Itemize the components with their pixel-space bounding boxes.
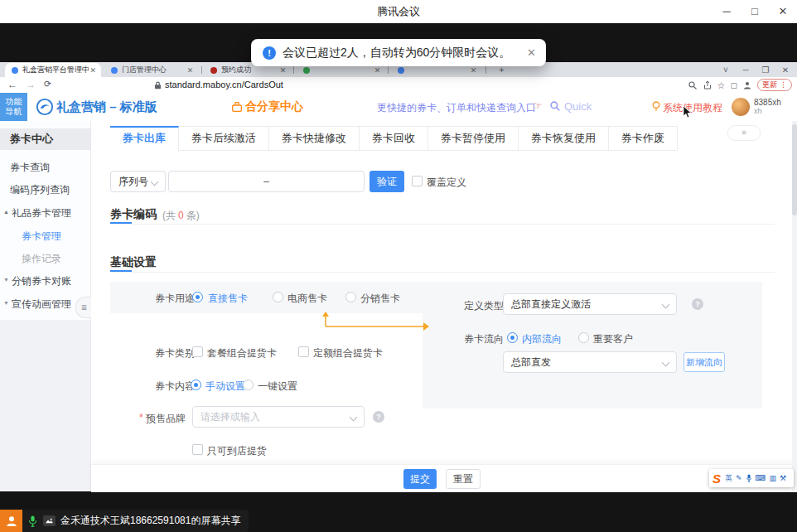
tab-card-void[interactable]: 券卡作废 (609, 126, 678, 151)
back-icon[interactable]: ← (7, 79, 17, 90)
pointing-hand-icon: ☞ (533, 99, 543, 112)
sogou-logo-icon[interactable]: S (712, 472, 721, 486)
tab-card-suspend[interactable]: 券卡暂停使用 (428, 126, 519, 151)
flow-select[interactable]: 总部直发 (503, 351, 677, 373)
ime-keyboard-icon[interactable]: ⌨ (756, 474, 766, 482)
lightbulb-icon (651, 101, 661, 112)
tab-card-recycle[interactable]: 券卡回收 (360, 126, 428, 151)
definition-panel: 定义类型 总部直接定义激活 ? 券卡流向 内部流向 重要客户 总部直发 新增流向 (423, 282, 762, 409)
browser-tab-store-admin[interactable]: 门店管理中心 ✕ (104, 63, 199, 77)
browser-restore-icon[interactable]: ❐ (756, 65, 775, 75)
zoom-icon[interactable] (688, 80, 698, 90)
tab-close-icon[interactable]: ✕ (185, 66, 196, 75)
page-scrollbar-thumb[interactable] (792, 124, 797, 215)
serial-range-input[interactable]: – (168, 171, 365, 192)
user-avatar[interactable] (732, 98, 750, 116)
codes-count: (共0条) (162, 209, 200, 223)
serial-field-select[interactable]: 序列号 (110, 171, 166, 192)
bookmark-star-icon[interactable]: ☆ (717, 80, 726, 90)
share-icon[interactable] (703, 80, 712, 90)
flow-radio-internal[interactable] (507, 332, 518, 343)
quick-label[interactable]: Quick (564, 100, 592, 113)
ime-mic-icon[interactable] (746, 474, 752, 482)
tab-card-quick-modify[interactable]: 券卡快捷修改 (269, 126, 360, 151)
browser-close-icon[interactable]: ✕ (775, 65, 795, 75)
content-tab-bar: 券卡出库 券卡后续激活 券卡快捷修改 券卡回收 券卡暂停使用 券卡恢复使用 券卡… (110, 126, 678, 150)
favicon (398, 67, 404, 74)
sidebar-item-distribution-reconciliation[interactable]: 分销券卡对账 (12, 274, 71, 288)
brand-select[interactable]: 请选择或输入 (192, 406, 365, 428)
browser-tab-gift-admin[interactable]: 礼盒营销平台管理中心 ✕ (5, 63, 101, 77)
add-flow-button[interactable]: 新增流向 (683, 352, 725, 372)
toast-message: 会议已超过2人，自动转为60分钟限时会议。 (283, 46, 510, 60)
store-only-label: 只可到店提货 (207, 444, 267, 458)
tab-close-icon[interactable]: ✕ (468, 66, 479, 75)
function-nav-button[interactable]: 功能 导航 (0, 93, 27, 121)
tab-card-outbound[interactable]: 券卡出库 (110, 126, 179, 152)
content-radio-oneclick[interactable] (243, 380, 254, 390)
sidebar-collapse-handle[interactable]: ≣ (75, 297, 92, 318)
sidebar-item-code-sequence-query[interactable]: 编码序列查询 (10, 183, 70, 197)
deftype-help-icon[interactable]: ? (692, 298, 703, 310)
tab-card-restore[interactable]: 券卡恢复使用 (519, 126, 609, 151)
ime-skin-icon[interactable]: ▥ (770, 474, 777, 482)
tab-close-icon[interactable]: ✕ (278, 66, 288, 75)
chevron-down-icon (350, 414, 358, 422)
tab-close-icon[interactable]: ✕ (89, 66, 98, 75)
sidebar-item-operation-log[interactable]: 操作记录 (22, 252, 61, 266)
sidebar-item-card-query[interactable]: 券卡查询 (10, 161, 50, 175)
meeting-toast: ! 会议已超过2人，自动转为60分钟限时会议。 ✕ (251, 39, 546, 66)
sidebar-item-card-management-active[interactable]: 券卡管理 (22, 230, 61, 244)
ime-toolbox-icon[interactable]: ⚒ (780, 474, 786, 482)
overwrite-checkbox[interactable] (412, 176, 423, 186)
side-panel-icon[interactable]: ▢ (730, 80, 737, 90)
tab-close-icon[interactable]: ✕ (372, 66, 383, 75)
usage-label: 券卡用途 (155, 292, 195, 306)
mouse-cursor (683, 106, 692, 118)
brand-help-icon[interactable]: ? (373, 411, 384, 423)
expand-panel-button[interactable]: » (727, 125, 761, 141)
sidebar-item-promo-animation[interactable]: 宣传动画管理 (12, 297, 71, 312)
ime-language-icon[interactable]: 英 (725, 473, 732, 484)
verify-button[interactable]: 验证 (370, 171, 404, 192)
deftype-select[interactable]: 总部直接定义激活 (503, 293, 677, 315)
content-radio-manual[interactable] (191, 380, 201, 390)
kebab-menu-icon[interactable]: ⋮ (780, 80, 787, 90)
flow-radio-vip[interactable] (578, 332, 589, 343)
category-checkbox-combo[interactable] (192, 346, 203, 357)
ime-handwriting-icon[interactable]: ✎ (736, 474, 742, 482)
new-tab-icon[interactable]: + (497, 65, 506, 75)
quick-search-icon[interactable] (549, 100, 561, 112)
usage-radio-direct[interactable] (192, 292, 203, 302)
forward-icon[interactable]: → (26, 79, 36, 90)
screen-share-banner: 金禾通技术王斌18662591081的屏幕共享 (0, 510, 249, 532)
favicon (12, 67, 18, 74)
tab-card-later-activate[interactable]: 券卡后续激活 (179, 126, 269, 151)
maximize-icon[interactable]: □ (741, 0, 769, 23)
address-bar[interactable]: standard.maboy.cn/CardsOut (165, 80, 283, 89)
submit-button[interactable]: 提交 (403, 469, 437, 489)
reset-button[interactable]: 重置 (446, 469, 481, 489)
minimize-icon[interactable]: ─ (712, 0, 741, 23)
person-icon (5, 515, 18, 528)
store-only-checkbox[interactable] (192, 444, 203, 455)
profile-icon[interactable] (742, 80, 752, 90)
close-icon[interactable]: ✕ (769, 0, 797, 23)
tab-search-icon[interactable]: ˅ (716, 65, 736, 75)
sidebar-item-gift-card-management[interactable]: 礼品券卡管理 (12, 206, 71, 220)
share-center-link[interactable]: 合分享中心 (245, 99, 303, 114)
quick-entry-link[interactable]: 更快捷的券卡、订单和快递查询入口 (377, 101, 536, 115)
tutorial-link[interactable]: 系统使用教程 (663, 101, 722, 115)
browser-minimize-icon[interactable]: ─ (736, 65, 756, 75)
chrome-update-button[interactable]: 更新 ⋮ (757, 79, 792, 91)
overwrite-label: 覆盖定义 (427, 176, 466, 190)
toolbar-actions: ☆ ▢ 更新 ⋮ (688, 79, 792, 91)
usage-radio-ecommerce[interactable] (273, 292, 283, 302)
reload-icon[interactable]: ⟳ (44, 79, 51, 89)
info-icon: ! (263, 46, 276, 60)
basic-section-title: 基础设置 (110, 255, 157, 270)
category-checkbox-fixed[interactable] (298, 346, 309, 357)
meeting-window-controls: ─ □ ✕ (712, 0, 797, 23)
usage-radio-distribution[interactable] (345, 292, 356, 302)
toast-close-icon[interactable]: ✕ (527, 46, 536, 59)
